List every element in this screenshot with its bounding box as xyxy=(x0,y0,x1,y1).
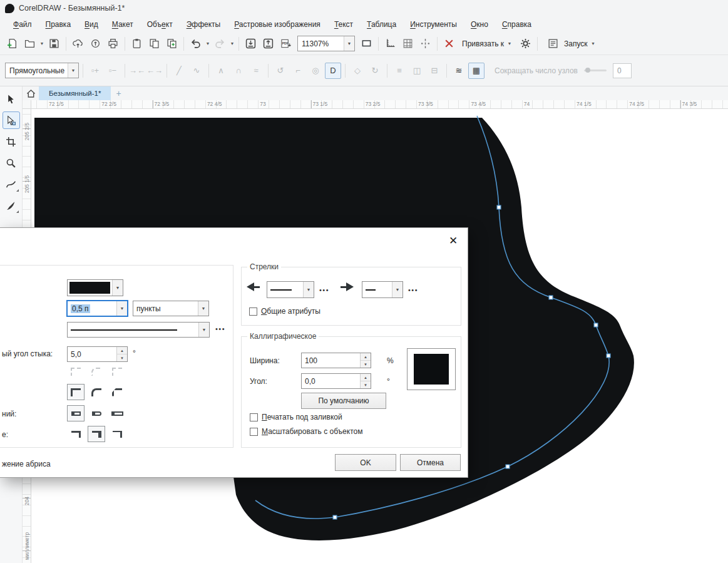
reflect-vertical-button[interactable]: ⊟ xyxy=(426,63,443,79)
welcome-home-button[interactable] xyxy=(23,86,39,100)
chevron-down-icon[interactable]: ▼ xyxy=(112,280,123,296)
scale-with-object-checkbox[interactable]: Масштабировать с объектом xyxy=(250,427,362,436)
artistic-media-tool[interactable] xyxy=(3,197,20,214)
stretch-nodes-button[interactable]: ◇ xyxy=(349,63,366,79)
arrow-start-combo[interactable]: ▼ xyxy=(267,281,314,298)
share-attributes-checkbox[interactable]: Общие атрибуты xyxy=(249,307,320,316)
add-node-button[interactable]: ▫+ xyxy=(87,63,103,79)
publish-pdf-button[interactable]: PDF xyxy=(277,36,294,52)
outline-units-combo[interactable]: пункты ▼ xyxy=(133,301,209,316)
launch-dropdown[interactable]: Запуск▼ xyxy=(541,36,600,52)
remove-node-button[interactable]: ▫− xyxy=(105,63,121,79)
curve-node[interactable] xyxy=(497,205,501,209)
reverse-direction-button[interactable]: ↺ xyxy=(272,63,289,79)
ok-button[interactable]: OK xyxy=(335,454,396,471)
convert-to-line-button[interactable]: ╱ xyxy=(171,63,187,79)
chevron-down-icon[interactable]: ▼ xyxy=(303,282,314,297)
arrow-end-options-button[interactable]: ••• xyxy=(408,286,418,294)
menu-item-макет[interactable]: Макет xyxy=(105,18,140,31)
align-nodes-button[interactable]: ≡ xyxy=(391,63,408,79)
menu-item-окно[interactable]: Окно xyxy=(464,18,495,31)
smooth-node-button[interactable]: ∩ xyxy=(230,63,247,79)
chevron-down-icon[interactable]: ▼ xyxy=(116,301,127,316)
undo-button[interactable] xyxy=(187,36,204,52)
arrow-start-options-button[interactable]: ••• xyxy=(319,286,329,294)
curve-node[interactable] xyxy=(506,465,510,468)
break-curve-button[interactable]: ←→ xyxy=(146,63,163,79)
cancel-button[interactable]: Отмена xyxy=(400,454,461,471)
curve-node[interactable] xyxy=(607,354,610,358)
new-tab-button[interactable]: + xyxy=(111,86,126,100)
position-inside-button[interactable] xyxy=(67,426,85,442)
publish-button[interactable] xyxy=(69,36,86,52)
options-button[interactable] xyxy=(517,36,534,52)
show-rulers-button[interactable] xyxy=(382,36,399,52)
cap-square-button[interactable] xyxy=(108,405,126,421)
open-button[interactable] xyxy=(21,36,38,52)
import-button[interactable] xyxy=(242,36,259,52)
duplicate-button[interactable] xyxy=(163,36,180,52)
calligraphy-angle-spinner[interactable]: 0,0 ▲▼ xyxy=(301,373,371,389)
curve-node[interactable] xyxy=(594,323,598,327)
spinner-arrows[interactable]: ▲▼ xyxy=(116,347,127,361)
symmetrical-node-button[interactable]: ≈ xyxy=(248,63,264,79)
cusp-node-button[interactable]: ∧ xyxy=(213,63,229,79)
node-mode-combo[interactable]: Прямоугольные▼ xyxy=(5,63,79,78)
outline-style-combo[interactable]: ▼ xyxy=(67,322,210,338)
pick-tool[interactable] xyxy=(3,90,20,108)
style-options-button[interactable]: ••• xyxy=(215,325,225,333)
shape-tool[interactable] xyxy=(3,111,20,129)
redo-button-dropdown[interactable]: ▼ xyxy=(229,41,235,46)
show-guidelines-button[interactable] xyxy=(417,36,434,52)
chevron-down-icon[interactable]: ▼ xyxy=(68,63,78,78)
horizontal-ruler[interactable]: 72 1/572 2/572 3/572 4/57373 1/573 2/573… xyxy=(31,100,728,109)
paste-button[interactable] xyxy=(128,36,145,52)
menu-item-файл[interactable]: Файл xyxy=(6,18,39,31)
chevron-down-icon[interactable]: ▼ xyxy=(344,36,354,51)
menu-item-растровые изображения[interactable]: Растровые изображения xyxy=(227,18,327,31)
corner-bevel-button[interactable] xyxy=(108,384,126,400)
export-button[interactable] xyxy=(260,36,277,52)
outline-color-combo[interactable]: ▼ xyxy=(67,279,123,296)
curve-smoothing-slider[interactable] xyxy=(584,70,607,71)
arrow-end-combo[interactable]: ▼ xyxy=(362,281,403,298)
menu-item-справка[interactable]: Справка xyxy=(495,18,538,31)
delete-button[interactable] xyxy=(441,36,458,52)
chevron-down-icon[interactable]: ▼ xyxy=(198,301,208,316)
new-document-button[interactable] xyxy=(4,36,21,52)
menu-item-текст[interactable]: Текст xyxy=(327,18,360,31)
redo-button[interactable] xyxy=(212,36,228,52)
join-nodes-button[interactable]: →← xyxy=(129,63,145,79)
zoom-level-combo[interactable]: 11307%▼ xyxy=(297,36,355,51)
default-button[interactable]: По умолчанию xyxy=(301,393,386,409)
menu-item-инструменты[interactable]: Инструменты xyxy=(403,18,464,31)
freehand-tool[interactable] xyxy=(3,175,20,193)
tab-document[interactable]: Безымянный-1* xyxy=(39,86,111,100)
dialog-close-button[interactable]: ✕ xyxy=(445,233,461,248)
crop-tool[interactable] xyxy=(3,133,20,150)
miter-limit-spinner[interactable]: 5,0 ▲▼ xyxy=(67,346,128,362)
share-button[interactable] xyxy=(87,36,104,52)
corner-miter-button[interactable] xyxy=(67,384,85,400)
zoom-tool[interactable] xyxy=(3,154,20,172)
chevron-down-icon[interactable]: ▼ xyxy=(392,282,402,297)
behind-fill-checkbox[interactable]: Печатать под заливкой xyxy=(250,413,342,421)
corner-round-button[interactable] xyxy=(88,384,105,400)
print-button[interactable] xyxy=(105,36,121,52)
curve-node[interactable] xyxy=(333,515,337,519)
cap-round-button[interactable] xyxy=(88,405,105,421)
curve-smoothing-value[interactable]: 0 xyxy=(613,63,632,78)
convert-to-curve-button[interactable]: ∿ xyxy=(188,63,205,79)
menu-item-эффекты[interactable]: Эффекты xyxy=(180,18,228,31)
undo-button-dropdown[interactable]: ▼ xyxy=(205,41,211,46)
position-center-button[interactable] xyxy=(88,426,105,442)
close-curve-button[interactable]: D xyxy=(325,63,341,79)
spinner-arrows[interactable]: ▲▼ xyxy=(360,353,371,368)
extend-curve-button[interactable]: ⌐ xyxy=(290,63,306,79)
full-screen-preview-button[interactable] xyxy=(358,36,375,52)
elastic-mode-button[interactable]: ≋ xyxy=(451,63,467,79)
snap-to-dropdown[interactable]: Привязать к▼ xyxy=(458,39,516,48)
select-all-nodes-button[interactable]: ▦ xyxy=(468,63,484,79)
position-outside-button[interactable] xyxy=(108,426,126,442)
rotate-nodes-button[interactable]: ↻ xyxy=(367,63,383,79)
